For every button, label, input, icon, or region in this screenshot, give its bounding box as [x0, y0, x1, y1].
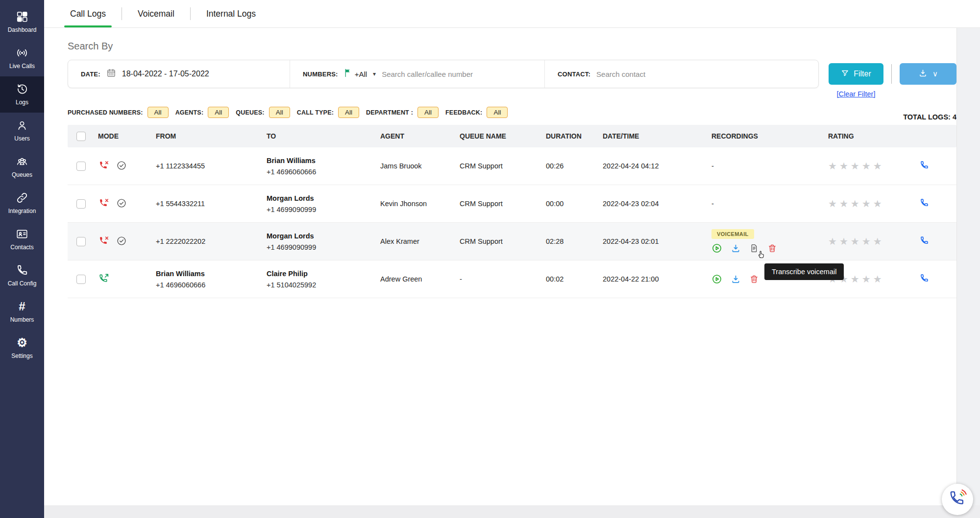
feedback-all-chip[interactable]: All — [487, 107, 508, 118]
call-back-icon[interactable] — [919, 273, 931, 284]
flag-icon — [344, 69, 352, 79]
to-contact: Claire Philip +1 5104025992 — [267, 270, 380, 289]
tab-call-logs[interactable]: Call Logs — [67, 0, 109, 27]
download-recording-icon[interactable] — [731, 243, 741, 254]
sidebar-item-contacts[interactable]: Contacts — [0, 221, 44, 258]
purchased-numbers-all-chip[interactable]: All — [147, 107, 169, 118]
from-name: Brian Williams — [156, 270, 263, 278]
country-flag-dropdown[interactable]: +All — [344, 69, 367, 79]
queues-all-chip[interactable]: All — [269, 107, 290, 118]
rating-stars[interactable]: ★★★★★ — [828, 236, 884, 247]
to-name: Morgan Lords — [267, 232, 376, 240]
duration: 00:26 — [546, 162, 603, 170]
call-logs-table: MODE FROM TO AGENT QUEUE NAME DURATION D… — [68, 125, 956, 298]
play-recording-icon[interactable] — [711, 274, 722, 284]
row-checkbox[interactable] — [76, 237, 86, 246]
to-number: +1 4699090999 — [267, 243, 376, 251]
department-filter: DEPARTMENT : All — [366, 107, 439, 118]
main-area: Call Logs Voicemail Internal Logs Search… — [44, 0, 980, 518]
date-range-field[interactable]: DATE: 18-04-2022 - 17-05-2022 — [68, 60, 290, 88]
sidebar-item-call-config[interactable]: Call Config — [0, 258, 44, 294]
history-clock-icon — [16, 83, 28, 95]
missed-call-icon — [98, 197, 110, 211]
sidebar: Dashboard Live Calls Logs — [0, 0, 44, 518]
tab-separator — [190, 7, 191, 20]
sidebar-item-queues[interactable]: Queues — [0, 149, 44, 185]
sidebar-item-label: Logs — [16, 99, 28, 106]
table-row: +1 1122334455 Brian Williams +1 46960606… — [68, 147, 956, 185]
tab-voicemail[interactable]: Voicemail — [135, 0, 177, 27]
call-back-icon[interactable] — [919, 197, 931, 209]
sidebar-item-users[interactable]: Users — [0, 113, 44, 149]
total-logs-count: TOTAL LOGS: 4 — [903, 113, 956, 121]
call-type-filter: CALL TYPE: All — [297, 107, 359, 118]
row-checkbox[interactable] — [76, 275, 86, 284]
from-contact: Brian Williams +1 4696060666 — [156, 270, 267, 289]
row-checkbox[interactable] — [76, 199, 86, 209]
numbers-field: NUMBERS: +All ▾ — [290, 60, 544, 88]
sidebar-item-logs[interactable]: Logs — [0, 76, 44, 113]
duration: 00:02 — [546, 275, 603, 283]
contact-card-icon — [16, 228, 28, 240]
agents-filter: AGENTS: All — [175, 107, 229, 118]
call-type-all-chip[interactable]: All — [338, 107, 359, 118]
header-duration: DURATION — [546, 132, 603, 140]
voice-dialer-fab[interactable] — [942, 484, 973, 515]
sidebar-item-live-calls[interactable]: Live Calls — [0, 40, 44, 76]
caller-callee-search-input[interactable] — [382, 70, 532, 78]
sidebar-item-label: Live Calls — [9, 63, 35, 70]
play-recording-icon[interactable] — [711, 243, 722, 254]
outgoing-call-icon — [98, 273, 110, 286]
agent-name: Alex Kramer — [380, 237, 460, 245]
to-contact: Morgan Lords +1 4699090999 — [267, 232, 380, 251]
table-row: +1 5544332211 Morgan Lords +1 4699090999… — [68, 185, 956, 223]
feedback-label: FEEDBACK: — [445, 109, 482, 116]
to-number: +1 4699090999 — [267, 206, 376, 213]
call-back-icon[interactable] — [919, 160, 931, 171]
queue-name: CRM Support — [460, 200, 546, 208]
sidebar-item-dashboard[interactable]: Dashboard — [0, 4, 44, 40]
voice-logo-icon — [947, 488, 968, 511]
caret-down-icon[interactable]: ▾ — [373, 71, 376, 77]
department-all-chip[interactable]: All — [417, 107, 439, 118]
sidebar-item-label: Queues — [12, 171, 32, 178]
check-circle-icon — [116, 235, 127, 248]
agent-name: Kevin Jhonson — [380, 200, 460, 208]
recordings-none: - — [711, 200, 828, 208]
duration: 00:00 — [546, 200, 603, 208]
agents-all-chip[interactable]: All — [208, 107, 229, 118]
table-row: +1 2222022202 Morgan Lords +1 4699090999… — [68, 223, 956, 260]
sidebar-item-integration[interactable]: Integration — [0, 185, 44, 221]
call-back-icon[interactable] — [919, 235, 931, 246]
rating-stars[interactable]: ★★★★★ — [828, 198, 884, 209]
rating-stars[interactable]: ★★★★★ — [828, 161, 884, 171]
to-name: Claire Philip — [267, 270, 376, 278]
queues-filter: QUEUES: All — [236, 107, 290, 118]
search-by-heading: Search By — [68, 41, 956, 52]
delete-recording-icon[interactable] — [749, 274, 759, 284]
filter-button[interactable]: Filter — [829, 63, 883, 85]
clear-filter-link[interactable]: [Clear Filter] — [829, 90, 883, 98]
sidebar-item-settings[interactable]: ⚙ Settings — [0, 330, 44, 366]
missed-call-icon — [98, 235, 110, 248]
delete-recording-icon[interactable] — [767, 243, 777, 253]
hand-cursor-icon — [757, 250, 766, 260]
to-number: +1 5104025992 — [267, 281, 376, 289]
purchased-numbers-label: PURCHASED NUMBERS: — [68, 109, 143, 116]
download-recording-icon[interactable] — [731, 274, 741, 284]
header-mode: MODE — [98, 132, 156, 140]
export-download-button[interactable]: ∨ — [900, 63, 956, 85]
chevron-down-icon: ∨ — [932, 70, 938, 78]
contact-search-input[interactable] — [596, 70, 806, 78]
to-name: Brian Williams — [267, 157, 376, 165]
tab-internal-logs[interactable]: Internal Logs — [203, 0, 259, 27]
datetime: 2022-04-24 04:12 — [603, 162, 711, 170]
table-header-row: MODE FROM TO AGENT QUEUE NAME DURATION D… — [68, 125, 956, 147]
user-icon — [16, 119, 28, 132]
select-all-checkbox[interactable] — [76, 132, 86, 141]
queue-name: - — [460, 275, 546, 283]
sidebar-item-numbers[interactable]: # Numbers — [0, 294, 44, 330]
row-checkbox[interactable] — [76, 162, 86, 171]
check-circle-icon — [116, 160, 127, 172]
purchased-numbers-filter: PURCHASED NUMBERS: All — [68, 107, 169, 118]
